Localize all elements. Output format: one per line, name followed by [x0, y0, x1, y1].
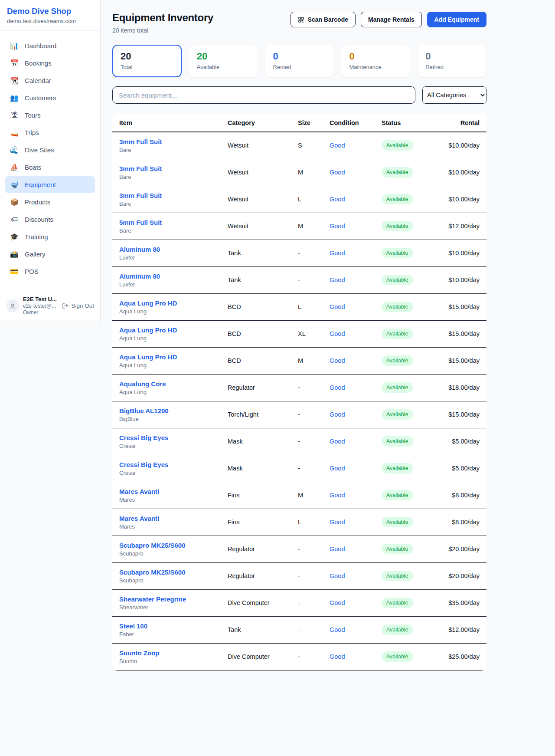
sidebar-item-label: Dive Sites	[25, 146, 54, 154]
condition-link[interactable]: Good	[330, 223, 345, 230]
condition-link[interactable]: Good	[330, 196, 345, 203]
condition-link[interactable]: Good	[330, 572, 345, 579]
sidebar-item-bookings[interactable]: 📅 Bookings	[5, 55, 95, 72]
item-link[interactable]: Cressi Big Eyes	[119, 461, 168, 468]
stat-card-maintenance[interactable]: 0 Maintenance	[341, 45, 410, 77]
item-link[interactable]: 3mm Full Suit	[119, 138, 162, 145]
item-brand: Mares	[119, 496, 214, 503]
item-link[interactable]: Scubapro MK25/S600	[119, 569, 186, 576]
item-brand: Scubapro	[119, 550, 214, 557]
status-badge: Available	[382, 409, 413, 420]
sidebar-item-training[interactable]: 🎓 Training	[5, 228, 95, 245]
table-row: Aluminum 80 Luxfer Tank - Good Available…	[112, 240, 486, 266]
condition-link[interactable]: Good	[330, 142, 345, 149]
item-link[interactable]: Aluminum 80	[119, 246, 160, 253]
manage-rentals-button[interactable]: Manage Rentals	[361, 12, 422, 27]
stat-card-rented[interactable]: 0 Rented	[265, 45, 334, 77]
sidebar-item-label: Gallery	[25, 250, 46, 258]
sidebar-item-calendar[interactable]: 📆 Calendar	[5, 72, 95, 89]
table-row: Mares Avanti Mares Fins L Good Available…	[112, 509, 486, 536]
item-link[interactable]: 5mm Full Suit	[119, 219, 162, 226]
size-cell: -	[291, 536, 323, 562]
sign-out-button[interactable]: Sign Out	[62, 302, 94, 309]
sidebar-item-boats[interactable]: ⛵ Boats	[5, 159, 95, 176]
item-link[interactable]: Suunto Zoop	[119, 649, 159, 657]
rental-cell: $15.00/day	[431, 320, 486, 347]
condition-link[interactable]: Good	[330, 626, 345, 633]
trips-icon: 🚤	[10, 129, 19, 136]
item-link[interactable]: Shearwater Peregrine	[119, 595, 186, 603]
status-badge: Available	[382, 651, 413, 662]
status-cell: Available	[375, 186, 431, 213]
condition-link[interactable]: Good	[330, 250, 345, 256]
item-link[interactable]: Mares Avanti	[119, 515, 159, 522]
category-filter-select[interactable]: All Categories	[422, 86, 486, 104]
item-cell: Cressi Big Eyes Cressi	[112, 428, 221, 455]
avatar	[6, 299, 19, 312]
add-equipment-button[interactable]: Add Equipment	[427, 12, 486, 27]
condition-link[interactable]: Good	[330, 276, 345, 283]
category-cell: Wetsuit	[221, 159, 291, 186]
condition-link[interactable]: Good	[330, 357, 345, 364]
item-link[interactable]: Aluminum 80	[119, 273, 160, 280]
rental-cell: $10.00/day	[431, 266, 486, 293]
status-cell: Available	[375, 159, 431, 186]
condition-link[interactable]: Good	[330, 330, 345, 337]
condition-link[interactable]: Good	[330, 303, 345, 310]
sidebar-item-gallery[interactable]: 📸 Gallery	[5, 246, 95, 263]
sidebar-item-equipment[interactable]: 🤿 Equipment	[5, 176, 95, 193]
item-link[interactable]: Cressi Big Eyes	[119, 434, 168, 441]
item-link[interactable]: Steel 100	[119, 622, 147, 630]
user-role: Owner	[23, 309, 58, 316]
sidebar-item-pos[interactable]: 💳 POS	[5, 263, 95, 280]
sidebar-item-customers[interactable]: 👥 Customers	[5, 89, 95, 106]
sidebar-item-dashboard[interactable]: 📊 Dashboard	[5, 37, 95, 54]
item-link[interactable]: Aqua Lung Pro HD	[119, 353, 177, 361]
item-link[interactable]: 3mm Full Suit	[119, 192, 162, 199]
stat-card-available[interactable]: 20 Available	[189, 45, 258, 77]
condition-link[interactable]: Good	[330, 599, 345, 606]
item-link[interactable]: Scubapro MK25/S600	[119, 542, 186, 549]
condition-link[interactable]: Good	[330, 169, 345, 176]
stat-card-retired[interactable]: 0 Retired	[417, 45, 486, 77]
category-cell: Regulator	[221, 536, 291, 562]
page-title-block: Equipment Inventory 20 items total	[112, 12, 213, 34]
stat-card-total[interactable]: 20 Total	[112, 45, 182, 77]
condition-link[interactable]: Good	[330, 411, 345, 418]
scan-barcode-button[interactable]: Scan Barcode	[291, 12, 356, 27]
condition-link[interactable]: Good	[330, 384, 345, 391]
condition-cell: Good	[323, 536, 375, 562]
condition-link[interactable]: Good	[330, 546, 345, 552]
category-cell: Tank	[221, 616, 291, 643]
item-link[interactable]: BigBlue AL1200	[119, 407, 169, 414]
size-cell: -	[291, 643, 323, 670]
sidebar-item-trips[interactable]: 🚤 Trips	[5, 124, 95, 141]
condition-link[interactable]: Good	[330, 519, 345, 526]
status-cell: Available	[375, 536, 431, 562]
item-link[interactable]: 3mm Full Suit	[119, 165, 162, 172]
sidebar-item-tours[interactable]: 🏝 Tours	[5, 107, 95, 124]
item-link[interactable]: Mares Avanti	[119, 488, 159, 495]
category-cell: BCD	[221, 320, 291, 347]
sidebar-item-label: Boats	[25, 164, 41, 171]
table-row: Aqua Lung Pro HD Aqua Lung BCD L Good Av…	[112, 293, 486, 320]
condition-link[interactable]: Good	[330, 465, 345, 472]
status-cell: Available	[375, 562, 431, 589]
sidebar-header: Demo Dive Shop demo.test.divestreams.com	[0, 0, 100, 31]
size-cell: L	[291, 293, 323, 320]
item-link[interactable]: Aqua Lung Pro HD	[119, 299, 177, 307]
rental-cell: $10.00/day	[431, 159, 486, 186]
item-link[interactable]: Aqua Lung Pro HD	[119, 326, 177, 334]
sidebar-item-dive-sites[interactable]: 🌊 Dive Sites	[5, 141, 95, 158]
condition-link[interactable]: Good	[330, 492, 345, 499]
sidebar-item-products[interactable]: 📦 Products	[5, 194, 95, 210]
size-cell: M	[291, 159, 323, 186]
condition-link[interactable]: Good	[330, 653, 345, 660]
sidebar-item-discounts[interactable]: 🏷 Discounts	[5, 211, 95, 228]
condition-link[interactable]: Good	[330, 438, 345, 445]
table-row: Scubapro MK25/S600 Scubapro Regulator - …	[112, 562, 486, 589]
search-input[interactable]	[112, 86, 415, 104]
item-link[interactable]: Aqualung Core	[119, 380, 166, 388]
stat-label: Retired	[425, 64, 478, 70]
condition-cell: Good	[323, 213, 375, 240]
